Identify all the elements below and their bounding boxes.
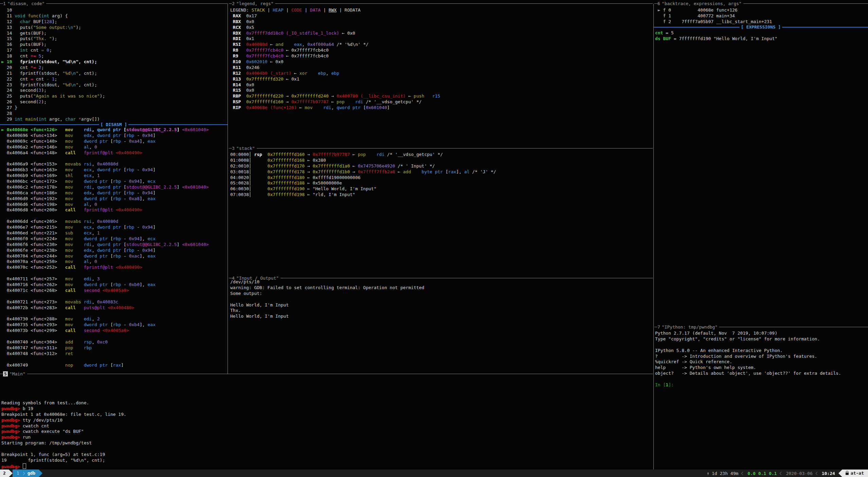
- term-line: 0x400711 <func+257> mov edi, 3: [1, 276, 209, 282]
- term-line: 26 second(2);: [1, 99, 105, 105]
- border-rule: [46, 3, 228, 4]
- term-line: pwndbg> cwatch cnt: [1, 423, 126, 429]
- pane-number-active: 5: [3, 371, 8, 376]
- separator-rule: [782, 27, 868, 28]
- chevron-left-icon: [815, 472, 819, 475]
- ipython-console[interactable]: Python 2.7.17 (default, Nov 7 2019, 10:0…: [655, 331, 841, 388]
- tmux-status-bar: 2 1 gdb ↑ 1d 23h 49m 0.0 0.1 0.1 2020-03…: [0, 470, 868, 477]
- term-line: RIP 0x40068e (func+126) ← mov rdi, qword…: [230, 105, 440, 111]
- status-left: 2 1 gdb: [0, 470, 42, 477]
- disasm-separator: [ DISASM ]: [0, 122, 228, 127]
- term-line: R9 0x7ffff7fcb4c0 ← 0x7ffff7fcb4c0: [230, 53, 440, 59]
- pane-divider-vertical-left[interactable]: [228, 4, 228, 374]
- gdb-console[interactable]: Reading symbols from test...done.pwndbg>…: [1, 400, 126, 469]
- term-line: RBP 0x7fffffffd220 → 0x7fffffffd240 → 0x…: [230, 93, 440, 99]
- expressions-separator-label: [ EXPRESSIONS ]: [740, 24, 782, 30]
- term-line: 0x400749 nop dword ptr [rax]: [1, 363, 209, 368]
- term-line: 0x4006d8 <func+200> call fprintf@plt <0x…: [1, 207, 209, 213]
- term-line: ? -> Introduction and overview of IPytho…: [655, 354, 841, 359]
- term-line: RSI 0x40080d ← and eax, 0x4f000a64 /* '%…: [230, 42, 440, 48]
- term-line: 17 int cnt = 0;: [1, 48, 105, 53]
- stack-view: 00:0000│ rsp 0x7fffffffd160 → 0x7ffff7b9…: [230, 152, 496, 198]
- status-time: 10:24: [822, 471, 835, 476]
- term-line: 22 cnt = cnt - 1;: [1, 76, 105, 82]
- term-line: 0x40069c <func+140> mov dword ptr [rbp -…: [1, 139, 209, 144]
- term-line: 20 cnt *= 2;: [1, 65, 105, 71]
- pane-title-text: "IPython: tmp/pwndbg": [662, 324, 718, 330]
- term-line: ► 0x40068e <func+126> mov rdi, qword ptr…: [1, 127, 209, 133]
- border-rule: [229, 3, 232, 4]
- term-line: Some output:: [230, 291, 424, 297]
- separator-rule: [0, 124, 99, 125]
- pane-number: 6: [657, 1, 660, 6]
- program-output: /dev/pts/10warning: GDB: Failed to set c…: [230, 279, 424, 319]
- disasm-separator-label: [ DISASM ]: [99, 122, 128, 127]
- term-line: %quickref -> Quick reference.: [655, 359, 841, 365]
- pane-number: 7: [657, 324, 660, 330]
- term-line: Reading symbols from test...done.: [1, 400, 126, 406]
- term-line: 23 fprintf(stdout, "%d\n", cnt);: [1, 82, 105, 88]
- lock-icon: [846, 473, 849, 475]
- pane-title-text: "backtrace, expressions, args": [662, 1, 742, 6]
- term-line: 0x4006c2 <func+178> mov rdi, qword ptr […: [1, 184, 209, 190]
- term-line: 0x4006b3 <func+163> mov ecx, dword ptr […: [1, 167, 209, 173]
- term-line: 12 char BUF[128];: [1, 19, 105, 25]
- term-line: 0x4006ca <func+186> mov edx, dword ptr […: [1, 190, 209, 196]
- term-line: 0x400716 <func+262> mov dword ptr [rbp -…: [1, 282, 209, 288]
- window-tab-gdb[interactable]: 1 gdb: [13, 470, 39, 477]
- pane-title-text: "disasm, code": [7, 1, 45, 6]
- term-line: RCX 0x5: [230, 25, 440, 31]
- term-line: cnt = 5: [655, 30, 777, 36]
- term-line: [1, 446, 126, 452]
- term-line: 0x400721 <func+273> movabs rdi, 0x40083c: [1, 299, 209, 305]
- pane-title-text: "stack": [236, 146, 255, 151]
- term-line: Type "copyright", "credits" or "license"…: [655, 336, 841, 342]
- term-line: [1, 294, 209, 299]
- term-line: 0x4006dd <func+205> movabs rsi, 0x40080d: [1, 219, 209, 225]
- pane-title-legend-regs: 2"legend, regs": [229, 1, 653, 6]
- term-line: 03:0018│ 0x7fffffffd178 → 0x7fffffffd1b0…: [230, 169, 496, 175]
- term-line: 00:0000│ rsp 0x7fffffffd160 → 0x7ffff7b9…: [230, 152, 496, 158]
- term-line: pwndbg> cwatch execute "ds BUF": [1, 429, 126, 435]
- term-line: help -> Python's own help system.: [655, 365, 841, 371]
- pane-number: 2: [232, 1, 235, 6]
- term-line: [1, 334, 209, 339]
- border-rule: [275, 3, 653, 4]
- term-line: 0x40073b <func+299> call second <0x4005a…: [1, 328, 209, 334]
- term-line: 0x400748 <func+312> ret: [1, 351, 209, 357]
- term-line: 0x4006bc <func+172> mov dword ptr [rbp -…: [1, 179, 209, 184]
- term-line: [1, 213, 209, 219]
- session-indicator[interactable]: 2: [0, 470, 9, 477]
- registers-view: LEGEND: STACK | HEAP | CODE | DATA | RWX…: [230, 7, 440, 111]
- term-line: 06:0030│ 0x7fffffffd190 ← "Hello World, …: [230, 186, 496, 192]
- term-line: R14 0x0: [230, 82, 440, 88]
- term-line: 0x4006a2 <func+146> mov al, 0: [1, 144, 209, 150]
- term-line: R8 0x7ffff7fcb4c0 ← 0x7ffff7fcb4c0: [230, 48, 440, 53]
- term-line: 21 fprintf(stdout, "%d\n", cnt);: [1, 71, 105, 76]
- chevron-left-icon: [741, 472, 745, 475]
- term-line: /dev/pts/10: [230, 279, 424, 285]
- term-line: 10: [1, 7, 105, 13]
- term-line: R13 0x7fffffffd320 ← 0x1: [230, 76, 440, 82]
- term-line: 0x4006a4 <func+148> call fprintf@plt <0x…: [1, 150, 209, 156]
- term-line: 19 fprintf(stdout, "%d\n", cnt);: [1, 458, 126, 463]
- load-average: 0.0 0.1 0.1: [747, 471, 777, 476]
- chevron-left-icon: [780, 472, 783, 475]
- term-line: [655, 376, 841, 382]
- term-line: [230, 297, 424, 302]
- term-line: 28: [1, 111, 105, 117]
- border-rule: [743, 3, 868, 4]
- term-line: 0x40072b <func+283> call puts@plt <0x400…: [1, 305, 209, 311]
- pane-title-text: "legend, regs": [236, 1, 274, 6]
- term-line: 0x4006a9 <func+153> movabs rsi, 0x40080d: [1, 161, 209, 167]
- term-line: [1, 357, 209, 363]
- term-line: Hello World, I'm Input: [230, 314, 424, 319]
- hostname-segment: at-at: [842, 470, 868, 477]
- term-line: 0x400730 <func+288> mov edi, 2: [1, 316, 209, 322]
- term-line: Hello World, I'm Input: [230, 302, 424, 308]
- pane-divider-vertical-right[interactable]: [653, 4, 654, 470]
- tmux-screen: 1"disasm, code" 10 11 void func(int arg)…: [0, 0, 868, 477]
- backtrace-frames: ► f 0 40068e func+126 f 1 400772 main+34…: [655, 7, 772, 25]
- term-line: 25 puts("Again as it was so nice");: [1, 93, 105, 99]
- term-line: RSP 0x7fffffffd160 → 0x7ffff7b97787 ← po…: [230, 99, 440, 105]
